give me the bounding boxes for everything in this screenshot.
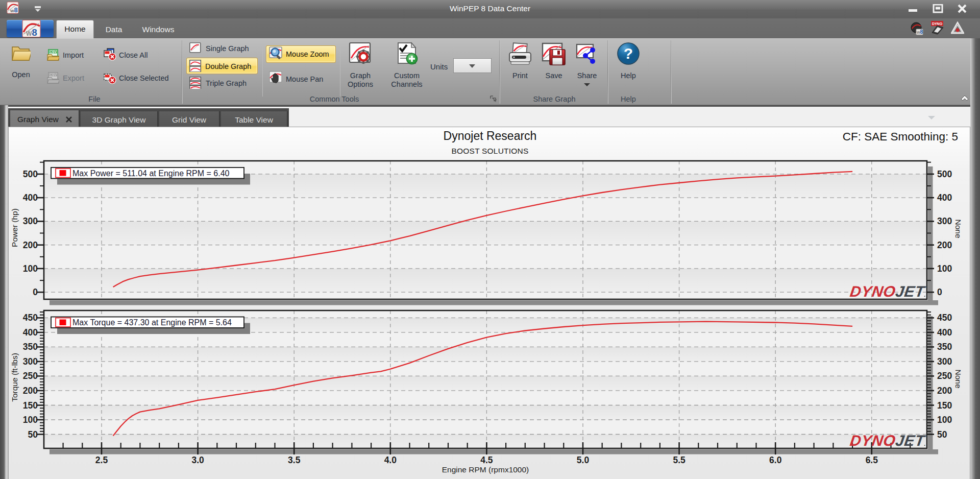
svg-text:0: 0 bbox=[33, 287, 38, 297]
svg-text:2.5: 2.5 bbox=[95, 455, 108, 465]
svg-text:400: 400 bbox=[23, 193, 38, 203]
svg-text:350: 350 bbox=[23, 342, 38, 352]
svg-text:400: 400 bbox=[937, 193, 952, 203]
svg-text:5.0: 5.0 bbox=[577, 455, 590, 465]
svg-text:3.5: 3.5 bbox=[288, 455, 301, 465]
svg-text:50: 50 bbox=[28, 429, 38, 440]
svg-text:300: 300 bbox=[23, 216, 38, 226]
svg-text:250: 250 bbox=[23, 371, 38, 381]
svg-text:6.5: 6.5 bbox=[866, 455, 878, 465]
svg-text:450: 450 bbox=[23, 313, 38, 323]
svg-text:400: 400 bbox=[937, 327, 952, 338]
svg-text:100: 100 bbox=[937, 264, 952, 274]
svg-text:200: 200 bbox=[937, 240, 952, 250]
svg-text:Torque (ft-lbs): Torque (ft-lbs) bbox=[10, 353, 19, 402]
svg-text:500: 500 bbox=[23, 169, 38, 179]
svg-text:200: 200 bbox=[23, 386, 38, 396]
svg-text:Power (hp): Power (hp) bbox=[10, 208, 19, 247]
svg-text:150: 150 bbox=[23, 400, 38, 411]
svg-text:100: 100 bbox=[23, 415, 38, 425]
svg-text:250: 250 bbox=[937, 371, 952, 381]
svg-text:500: 500 bbox=[937, 169, 952, 179]
svg-text:None: None bbox=[954, 219, 963, 238]
svg-text:100: 100 bbox=[23, 264, 38, 274]
svg-text:5.5: 5.5 bbox=[673, 455, 685, 465]
svg-text:Max Power = 511.04 at Engine R: Max Power = 511.04 at Engine RPM = 6.40 bbox=[72, 169, 230, 178]
svg-text:3.0: 3.0 bbox=[191, 455, 204, 465]
svg-text:4.5: 4.5 bbox=[480, 455, 493, 465]
svg-text:None: None bbox=[954, 369, 963, 388]
svg-text:400: 400 bbox=[23, 327, 38, 338]
svg-text:6.0: 6.0 bbox=[769, 455, 782, 465]
svg-text:Engine RPM (rpmx1000): Engine RPM (rpmx1000) bbox=[442, 465, 529, 474]
svg-text:Max Torque = 437.30 at Engine: Max Torque = 437.30 at Engine RPM = 5.64 bbox=[72, 318, 232, 327]
svg-text:50: 50 bbox=[937, 429, 947, 440]
svg-text:300: 300 bbox=[23, 356, 38, 367]
svg-text:200: 200 bbox=[23, 240, 38, 250]
svg-text:150: 150 bbox=[937, 400, 952, 411]
svg-text:0: 0 bbox=[937, 287, 942, 297]
svg-text:200: 200 bbox=[937, 386, 952, 396]
svg-text:450: 450 bbox=[937, 313, 952, 323]
svg-text:100: 100 bbox=[937, 415, 952, 425]
svg-text:4.0: 4.0 bbox=[384, 455, 397, 465]
svg-text:300: 300 bbox=[937, 356, 952, 367]
svg-text:300: 300 bbox=[937, 216, 952, 226]
svg-text:350: 350 bbox=[937, 342, 952, 352]
